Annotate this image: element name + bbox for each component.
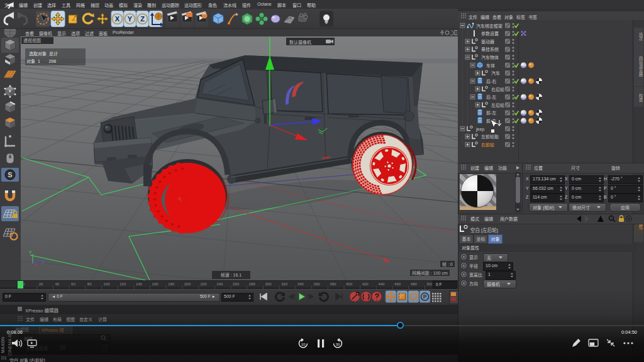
svg-text:440: 440 — [378, 282, 385, 286]
svg-text:后-右: 后-右 — [486, 79, 496, 84]
svg-text:20: 20 — [39, 282, 43, 286]
svg-text:320: 320 — [281, 282, 288, 286]
svg-text:左后轮: 左后轮 — [491, 102, 504, 108]
svg-text:左前轮胎: 左前轮胎 — [481, 134, 499, 140]
svg-text:160: 160 — [152, 282, 159, 286]
svg-text:Y: Y — [29, 250, 32, 255]
svg-text:280: 280 — [249, 282, 256, 286]
svg-text:S: S — [8, 171, 12, 178]
svg-text:80: 80 — [87, 282, 92, 286]
svg-text:60: 60 — [71, 282, 75, 286]
svg-text:100: 100 — [104, 282, 111, 286]
svg-text:P: P — [423, 293, 427, 300]
svg-text:0 F: 0 F — [436, 282, 441, 287]
svg-text:240: 240 — [216, 282, 223, 286]
svg-text:140: 140 — [136, 282, 143, 286]
svg-text:40: 40 — [55, 282, 59, 286]
svg-text:X: X — [115, 15, 120, 23]
svg-text:右后轮: 右后轮 — [491, 87, 504, 92]
svg-text:右前轮: 右前轮 — [481, 142, 494, 148]
svg-text:Y: Y — [128, 15, 133, 23]
svg-text:480: 480 — [411, 282, 418, 286]
svg-text:340: 340 — [297, 282, 304, 286]
svg-text:车体: 车体 — [486, 63, 495, 69]
svg-text:Z: Z — [42, 260, 45, 264]
svg-text:汽车: 汽车 — [491, 70, 500, 76]
svg-text:200: 200 — [184, 282, 191, 286]
svg-text:后-左: 后-左 — [486, 94, 496, 100]
svg-text:380: 380 — [330, 282, 336, 286]
svg-text:180: 180 — [168, 282, 175, 286]
svg-text:300: 300 — [265, 282, 272, 286]
svg-text:汽车绑定框架: 汽车绑定框架 — [476, 23, 502, 29]
svg-text:参数设置: 参数设置 — [481, 31, 499, 36]
svg-text:400: 400 — [346, 282, 353, 286]
svg-text:260: 260 — [233, 282, 240, 286]
svg-text:悬挂系统: 悬挂系统 — [481, 47, 499, 52]
svg-text:360: 360 — [314, 282, 321, 286]
svg-text:驱动器: 驱动器 — [481, 39, 494, 45]
svg-text:30: 30 — [336, 343, 340, 346]
svg-text:460: 460 — [394, 282, 401, 286]
svg-text:前-左: 前-左 — [486, 110, 496, 116]
svg-text:Z: Z — [140, 15, 145, 23]
svg-text:汽车物体: 汽车物体 — [481, 55, 499, 60]
svg-text:120: 120 — [119, 282, 126, 286]
svg-text:420: 420 — [362, 282, 369, 286]
svg-text:220: 220 — [201, 282, 208, 286]
svg-text:jeep: jeep — [475, 127, 484, 132]
svg-text:10: 10 — [301, 343, 306, 346]
